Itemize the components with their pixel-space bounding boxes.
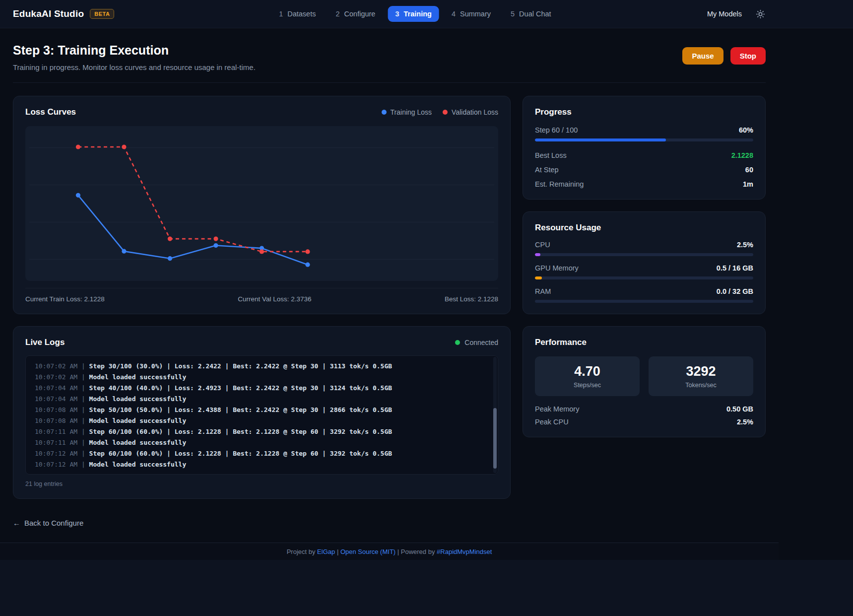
resource-label: CPU — [535, 241, 550, 249]
performance-row-value: 2.5% — [737, 418, 753, 426]
log-line: 10:07:02 AM | Model loaded successfully — [35, 372, 489, 383]
legend-label: Validation Loss — [452, 108, 498, 116]
log-line: 10:07:04 AM | Model loaded successfully — [35, 394, 489, 405]
log-line: 10:07:02 AM | Step 30/100 (30.0%) | Loss… — [35, 361, 489, 372]
log-line: 10:07:12 AM | Model loaded successfully — [35, 459, 489, 470]
log-message: Step 40/100 (40.0%) | Loss: 2.4923 | Bes… — [89, 384, 392, 392]
best-loss-stat: Best Loss: 2.1228 — [445, 295, 498, 303]
page-background-strip — [0, 560, 853, 616]
resource-label: RAM — [535, 287, 551, 295]
performance-row-label: Peak CPU — [535, 418, 569, 426]
log-timestamp: 10:07:12 AM | — [35, 461, 85, 468]
log-message: Model loaded successfully — [89, 417, 187, 424]
log-scrollbar-thumb[interactable] — [493, 408, 497, 469]
footer-link-hashtag[interactable]: #RapidMvpMindset — [437, 548, 492, 555]
stop-button[interactable]: Stop — [730, 47, 766, 65]
my-models-link[interactable]: My Models — [707, 10, 742, 18]
progress-row-label: Best Loss — [535, 151, 567, 159]
log-message: Step 30/100 (30.0%) | Loss: 2.2422 | Bes… — [89, 362, 392, 370]
resource-meter: RAM 0.0 / 32 GB — [535, 287, 753, 303]
log-line: 10:07:12 AM | Step 60/100 (60.0%) | Loss… — [35, 448, 489, 459]
connection-status-dot — [455, 340, 460, 345]
nav-step-number: 4 — [452, 10, 456, 18]
log-timestamp: 10:07:08 AM | — [35, 406, 85, 413]
log-entry-count: 21 log entries — [25, 480, 498, 487]
connection-status-label: Connected — [464, 339, 498, 346]
footer-powered-by: | Powered by — [397, 548, 435, 555]
performance-row-label: Peak Memory — [535, 405, 579, 413]
resource-bar-track — [535, 276, 753, 279]
nav-step-label: Dual Chat — [519, 10, 551, 18]
log-scrollbar[interactable] — [493, 357, 497, 473]
progress-bar-fill — [535, 138, 666, 141]
performance-tile: 4.70 Steps/sec — [535, 356, 640, 396]
back-arrow-icon: ← — [13, 519, 20, 527]
footer-link-elgap[interactable]: ElGap — [317, 548, 335, 555]
nav-step-number: 3 — [395, 10, 399, 18]
progress-row: At Step 60 — [535, 166, 753, 174]
log-message: Model loaded successfully — [89, 395, 187, 403]
log-line: 10:07:11 AM | Step 60/100 (60.0%) | Loss… — [35, 426, 489, 437]
log-message: Model loaded successfully — [89, 461, 187, 468]
log-line: 10:07:04 AM | Step 40/100 (40.0%) | Loss… — [35, 383, 489, 394]
nav-step-label: Training — [403, 10, 431, 18]
nav-step-item[interactable]: 5 Dual Chat — [503, 6, 559, 22]
performance-tile: 3292 Tokens/sec — [649, 356, 753, 396]
nav-step-label: Datasets — [287, 10, 316, 18]
loss-curves-card: Loss Curves Training Loss Validation Los… — [13, 96, 511, 314]
footer-separator: | — [337, 548, 338, 555]
loss-curves-title: Loss Curves — [25, 107, 76, 117]
resource-bar-fill — [535, 253, 540, 256]
resource-meter: GPU Memory 0.5 / 16 GB — [535, 264, 753, 279]
log-timestamp: 10:07:12 AM | — [35, 450, 85, 457]
nav-step-label: Summary — [460, 10, 491, 18]
performance-card: Performance 4.70 Steps/sec 3292 Tokens/s… — [523, 326, 766, 437]
nav-step-item[interactable]: 1 Datasets — [271, 6, 323, 22]
log-message: Model loaded successfully — [89, 373, 187, 381]
log-timestamp: 10:07:02 AM | — [35, 373, 85, 381]
progress-row-value: 2.1228 — [731, 151, 753, 159]
progress-row-value: 1m — [743, 180, 753, 188]
log-timestamp: 10:07:02 AM | — [35, 362, 85, 370]
performance-tile-value: 4.70 — [540, 364, 635, 379]
log-message: Step 60/100 (60.0%) | Loss: 2.1228 | Bes… — [89, 428, 392, 435]
chart-legend: Training Loss Validation Loss — [382, 108, 498, 116]
top-nav: EdukaAI Studio BETA 1 Datasets 2 Configu… — [0, 0, 853, 28]
progress-row: Best Loss 2.1228 — [535, 151, 753, 159]
log-line: 10:07:11 AM | Model loaded successfully — [35, 437, 489, 448]
page-subtitle: Training in progress. Monitor loss curve… — [13, 63, 256, 71]
current-train-loss: Current Train Loss: 2.1228 — [25, 295, 105, 303]
resource-bar-fill — [535, 276, 542, 279]
log-timestamp: 10:07:04 AM | — [35, 384, 85, 392]
progress-row-label: At Step — [535, 166, 559, 174]
app-title: EdukaAI Studio — [13, 8, 84, 19]
footer-link-open-source[interactable]: Open Source (MIT) — [340, 548, 395, 555]
nav-step-number: 2 — [335, 10, 339, 18]
progress-bar-track — [535, 138, 753, 141]
progress-card: Progress Step 60 / 100 60% Best Loss 2.1 — [523, 96, 766, 200]
resource-usage-card: Resource Usage CPU 2.5% — [523, 211, 766, 314]
live-logs-card: Live Logs Connected 10:07:02 AM | Step 3… — [13, 326, 511, 499]
legend-dot — [443, 110, 448, 115]
log-line: 10:07:08 AM | Model loaded successfully — [35, 415, 489, 426]
loss-chart-svg — [25, 126, 498, 281]
nav-step-label: Configure — [344, 10, 376, 18]
progress-row-label: Est. Remaining — [535, 180, 584, 188]
performance-row-value: 0.50 GB — [726, 405, 753, 413]
nav-step-item[interactable]: 3 Training — [388, 6, 439, 22]
progress-step-label: Step 60 / 100 — [535, 126, 578, 134]
nav-step-item[interactable]: 4 Summary — [444, 6, 498, 22]
log-message: Step 50/100 (50.0%) | Loss: 2.4388 | Bes… — [89, 406, 392, 413]
site-footer: Project by ElGap | Open Source (MIT) | P… — [0, 543, 779, 560]
nav-step-item[interactable]: 2 Configure — [328, 6, 383, 22]
log-timestamp: 10:07:04 AM | — [35, 395, 85, 403]
legend-label: Training Loss — [391, 108, 432, 116]
pause-button[interactable]: Pause — [682, 47, 723, 65]
resource-value: 2.5% — [737, 241, 753, 249]
log-console[interactable]: 10:07:02 AM | Step 30/100 (30.0%) | Loss… — [25, 355, 498, 475]
performance-row: Peak CPU 2.5% — [535, 418, 753, 426]
resource-bar-track — [535, 253, 753, 256]
step-nav: 1 Datasets 2 Configure 3 Training 4 Summ… — [271, 6, 558, 22]
theme-toggle-sun-icon[interactable] — [755, 8, 766, 19]
back-to-configure-link[interactable]: ← Back to Configure — [13, 519, 83, 527]
